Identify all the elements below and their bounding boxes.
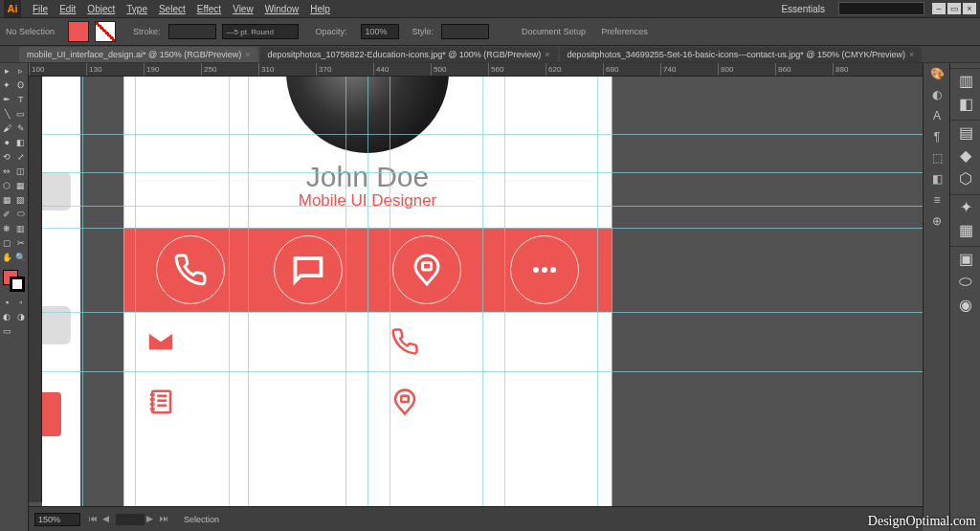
- guide[interactable]: [390, 77, 390, 506]
- guide[interactable]: [135, 77, 136, 506]
- scale-tool[interactable]: ⤢: [14, 149, 29, 164]
- stroke-weight-input[interactable]: [168, 24, 216, 39]
- guide[interactable]: [612, 77, 612, 506]
- artboard-tool[interactable]: ▢: [0, 235, 14, 250]
- magic-wand-tool[interactable]: ✦: [0, 77, 14, 92]
- panel-icon[interactable]: ⬡: [950, 166, 980, 189]
- slice-tool[interactable]: ✂: [14, 235, 29, 250]
- panel-icon[interactable]: ◐: [924, 84, 950, 105]
- guide[interactable]: [345, 77, 346, 506]
- draw-normal[interactable]: ◐: [0, 309, 14, 323]
- panel-icon[interactable]: A: [924, 105, 950, 126]
- artboard-nav[interactable]: [116, 514, 145, 525]
- menu-effect[interactable]: Effect: [191, 4, 227, 14]
- close-button[interactable]: ×: [963, 3, 976, 14]
- guide[interactable]: [42, 172, 923, 173]
- location-chat-outline-icon[interactable]: [368, 372, 612, 431]
- panel-icon[interactable]: ▥: [950, 69, 980, 92]
- fill-swatch[interactable]: [68, 21, 89, 42]
- perspective-tool[interactable]: ▦: [14, 178, 29, 192]
- maximize-button[interactable]: ▭: [947, 3, 961, 14]
- type-tool[interactable]: T: [14, 92, 29, 106]
- pencil-tool[interactable]: ✎: [14, 121, 29, 135]
- menu-help[interactable]: Help: [304, 4, 336, 14]
- hand-tool[interactable]: ✋: [0, 250, 14, 264]
- free-transform-tool[interactable]: ◫: [14, 164, 29, 178]
- guide[interactable]: [229, 77, 230, 506]
- panel-icon[interactable]: ▣: [950, 247, 980, 270]
- minimize-button[interactable]: –: [932, 3, 946, 14]
- panel-icon[interactable]: ≡: [924, 189, 950, 210]
- pen-tool[interactable]: ✒: [0, 92, 14, 106]
- placeholder-shape[interactable]: [42, 172, 71, 210]
- search-input[interactable]: [838, 2, 924, 15]
- panel-icon[interactable]: ¶: [924, 126, 950, 147]
- phone-icon[interactable]: [156, 235, 225, 304]
- panel-icon[interactable]: ⬭: [950, 270, 980, 293]
- guide[interactable]: [123, 77, 124, 506]
- prev-artboard-button[interactable]: ◀: [102, 514, 114, 525]
- opacity-label[interactable]: Opacity:: [308, 27, 355, 36]
- guide[interactable]: [42, 371, 923, 372]
- menu-edit[interactable]: Edit: [54, 4, 81, 14]
- document-setup-button[interactable]: Document Setup: [514, 27, 593, 36]
- guide[interactable]: [248, 77, 249, 506]
- menu-select[interactable]: Select: [153, 4, 191, 14]
- zoom-tool[interactable]: 🔍: [14, 250, 29, 264]
- color-mode[interactable]: ▪: [0, 295, 14, 309]
- vertical-ruler[interactable]: [29, 77, 42, 502]
- blob-brush-tool[interactable]: ●: [0, 135, 14, 149]
- guide[interactable]: [42, 206, 923, 207]
- guide[interactable]: [42, 312, 923, 313]
- next-artboard-button[interactable]: ▶: [146, 514, 158, 525]
- last-artboard-button[interactable]: ⏭: [160, 514, 171, 525]
- draw-behind[interactable]: ◑: [14, 309, 29, 323]
- panel-icon[interactable]: ◧: [924, 168, 950, 189]
- shape-builder-tool[interactable]: ⬡: [0, 178, 14, 192]
- graph-tool[interactable]: ▥: [14, 221, 29, 235]
- close-icon[interactable]: ×: [545, 50, 549, 59]
- panel-icon[interactable]: ▦: [950, 218, 980, 241]
- symbol-sprayer-tool[interactable]: ❋: [0, 221, 14, 235]
- guide[interactable]: [42, 134, 923, 135]
- chat-icon[interactable]: [274, 235, 343, 304]
- menu-object[interactable]: Object: [81, 4, 121, 14]
- panel-icon[interactable]: ▤: [950, 121, 980, 144]
- location-chat-icon[interactable]: [392, 235, 461, 304]
- rectangle-tool[interactable]: ▭: [14, 106, 29, 121]
- rotate-tool[interactable]: ⟲: [0, 149, 14, 164]
- mail-icon[interactable]: [123, 312, 368, 371]
- style-input[interactable]: [441, 24, 489, 39]
- panel-icon[interactable]: ◧: [950, 92, 980, 115]
- panel-icon[interactable]: ⊕: [924, 210, 950, 232]
- guide[interactable]: [482, 77, 483, 506]
- close-icon[interactable]: ×: [909, 50, 914, 59]
- screen-mode[interactable]: ▭: [0, 323, 14, 338]
- zoom-input[interactable]: 150%: [34, 513, 80, 526]
- menu-type[interactable]: Type: [121, 4, 153, 14]
- guide[interactable]: [504, 77, 505, 506]
- menu-file[interactable]: File: [27, 4, 54, 14]
- close-icon[interactable]: ×: [245, 50, 250, 59]
- first-artboard-button[interactable]: ⏮: [89, 514, 100, 525]
- direct-selection-tool[interactable]: ▹: [14, 63, 29, 77]
- stroke-swatch[interactable]: [95, 21, 116, 42]
- panel-icon[interactable]: ◉: [950, 293, 980, 316]
- guide[interactable]: [597, 77, 598, 506]
- eyedropper-tool[interactable]: ✐: [0, 207, 14, 221]
- lasso-tool[interactable]: ʘ: [14, 77, 29, 92]
- opacity-input[interactable]: 100%: [361, 24, 399, 39]
- placeholder-shape[interactable]: [42, 392, 61, 436]
- menu-view[interactable]: View: [227, 4, 259, 14]
- panel-icon[interactable]: ⬚: [924, 147, 950, 168]
- notebook-icon[interactable]: [123, 372, 368, 431]
- tab-2[interactable]: depositphotos_10756822-Education-icons.j…: [260, 47, 558, 62]
- gradient-tool[interactable]: ▨: [14, 192, 29, 207]
- width-tool[interactable]: ⇔: [0, 164, 14, 178]
- stroke-profile[interactable]: — 5 pt. Round: [222, 24, 299, 39]
- selection-tool[interactable]: ▸: [0, 63, 14, 77]
- more-icon[interactable]: [510, 235, 579, 304]
- tab-3[interactable]: depositphotos_34699255-Set-16-basic-icon…: [560, 47, 923, 62]
- tab-active[interactable]: mobile_UI_interface_design.ai* @ 150% (R…: [19, 47, 258, 62]
- eraser-tool[interactable]: ◧: [14, 135, 29, 149]
